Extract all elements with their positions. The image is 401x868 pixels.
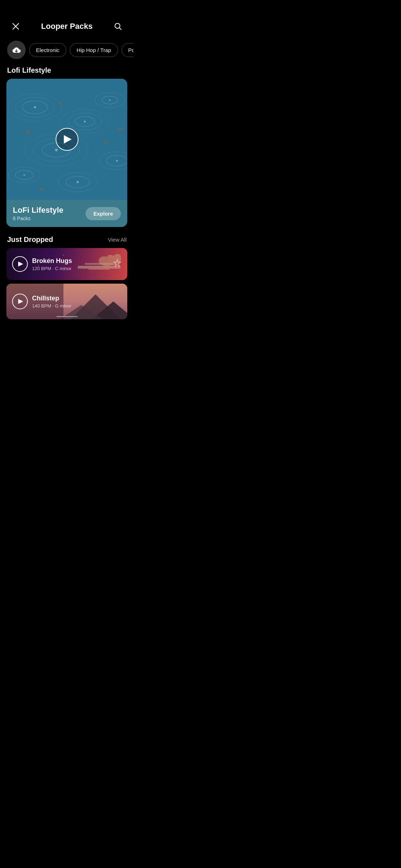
track-meta-2: 140 BPM · G minor xyxy=(32,303,122,309)
close-button[interactable] xyxy=(9,19,23,33)
cloud-download-icon xyxy=(12,46,21,53)
filter-pop[interactable]: Pop / xyxy=(122,43,134,57)
search-button[interactable] xyxy=(111,19,125,33)
view-all-button[interactable]: View All xyxy=(108,237,127,243)
filter-hiphop-trap[interactable]: Hip Hop / Trap xyxy=(70,43,118,57)
section-header-just-dropped: Just Dropped View All xyxy=(0,236,134,248)
featured-card-image xyxy=(6,79,127,200)
featured-card-footer: LoFi Lifestyle 6 Packs Explore xyxy=(6,200,127,227)
featured-card-title: LoFi Lifestyle xyxy=(13,206,63,215)
just-dropped-section: Just Dropped View All xyxy=(0,236,134,331)
featured-card-subtitle: 6 Packs xyxy=(13,216,63,221)
track-name-2: Chillstep xyxy=(32,295,122,302)
lofi-section-title: Lofi Lifestyle xyxy=(7,66,51,74)
svg-line-3 xyxy=(119,28,121,30)
lofi-lifestyle-section: Lofi Lifestyle xyxy=(0,66,134,236)
svg-point-28 xyxy=(24,174,25,176)
svg-point-24 xyxy=(84,121,86,123)
featured-card[interactable]: LoFi Lifestyle 6 Packs Explore xyxy=(6,79,127,227)
track-meta-1: 120 BPM · C minor xyxy=(32,266,113,271)
page-title: Looper Packs xyxy=(23,22,111,31)
svg-point-27 xyxy=(116,160,118,162)
just-dropped-title: Just Dropped xyxy=(7,236,53,244)
cloud-filter-button[interactable] xyxy=(7,41,26,59)
svg-point-23 xyxy=(34,106,36,108)
search-icon xyxy=(114,22,122,30)
track-list: Broken Hugs 120 BPM · C minor xyxy=(0,248,134,323)
track-info-1: Broken Hugs 120 BPM · C minor xyxy=(32,257,113,271)
track-play-button-2[interactable] xyxy=(12,294,28,309)
svg-point-25 xyxy=(109,99,110,101)
featured-card-info: LoFi Lifestyle 6 Packs xyxy=(13,206,63,221)
play-icon xyxy=(64,135,72,144)
play-icon-1 xyxy=(18,262,23,267)
track-item-content-1: Broken Hugs 120 BPM · C minor xyxy=(6,248,127,280)
track-item-2[interactable]: Chillstep 140 BPM · G minor xyxy=(6,284,127,319)
featured-play-button[interactable] xyxy=(56,128,78,151)
filter-row: Electronic Hip Hop / Trap Pop / xyxy=(0,41,134,66)
close-icon xyxy=(12,23,19,30)
track-item-content-2: Chillstep 140 BPM · G minor xyxy=(6,284,127,319)
svg-point-29 xyxy=(77,181,79,183)
header: Looper Packs xyxy=(0,0,134,41)
section-header-lofi: Lofi Lifestyle xyxy=(0,66,134,79)
favorite-button-1[interactable] xyxy=(113,259,122,269)
svg-point-26 xyxy=(55,149,58,151)
track-info-2: Chillstep 140 BPM · G minor xyxy=(32,295,122,309)
explore-button[interactable]: Explore xyxy=(86,207,121,220)
play-icon-2 xyxy=(18,299,23,304)
filter-electronic[interactable]: Electronic xyxy=(29,43,66,57)
track-item[interactable]: Broken Hugs 120 BPM · C minor xyxy=(6,248,127,280)
star-icon-1 xyxy=(113,259,122,267)
track-play-button-1[interactable] xyxy=(12,256,28,272)
track-name-1: Broken Hugs xyxy=(32,257,113,265)
